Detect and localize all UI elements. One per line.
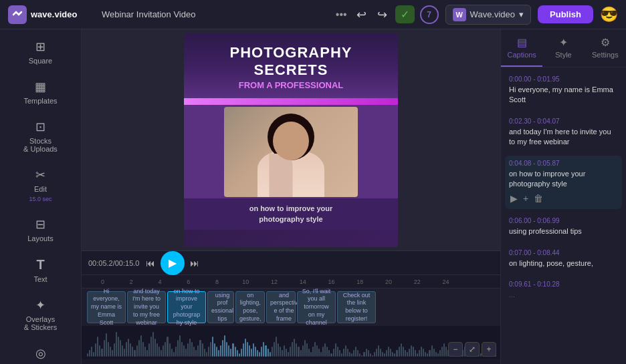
wave-bar-116 [324,343,326,357]
caption-block-5[interactable]: on lighting, pose, gesture, [235,291,265,323]
wave-bar-148 [390,349,391,357]
wave-bar-170 [435,352,437,357]
zoom-in-button[interactable]: + [482,342,496,357]
caption-block-7[interactable]: So, I'll wait you all tomorrow on my cha… [297,291,336,323]
publish-button[interactable]: Publish [538,5,593,23]
wave-bar-143 [380,349,381,357]
canvas-subtitle: FROM A PROFESSIONAL [197,80,385,90]
wave-bar-10 [108,342,109,357]
caption-add-button-3[interactable]: + [522,192,530,205]
sidebar-item-edit[interactable]: ✂ Edit 15.0 sec [3,161,78,209]
undo-button[interactable]: ↩ [354,5,369,25]
confirm-button[interactable]: ✓ [395,5,415,23]
wave-bar-131 [355,347,356,357]
wave-bar-98 [288,352,289,357]
caption-entry-5[interactable]: 0:07.00 - 0:08.44 on lighting, pose, ges… [505,245,622,272]
caption-block-2[interactable]: and today I'm here to invite you to my f… [127,291,166,323]
caption-entry-6[interactable]: 0:09.61 - 0:10.28 ... [505,277,622,304]
wave-bar-1 [89,350,90,357]
wave-bar-106 [304,340,306,357]
play-button[interactable]: ▶ [161,251,185,275]
wave-bar-68 [226,342,227,357]
wave-bar-34 [156,343,158,357]
caption-block-1[interactable]: Hi everyone, my name is Emma Scott [87,291,126,323]
wave-bar-113 [318,349,320,357]
caption-text-2: and today I'm here to invite you to my f… [509,127,618,148]
wave-bar-9 [106,333,107,357]
wave-bar-3 [93,352,94,357]
caption-play-button-3[interactable]: ▶ [509,192,519,205]
caption-bold-word: style [306,215,323,223]
wave-bar-121 [335,343,336,357]
wave-bar-64 [218,350,219,357]
sidebar-item-text[interactable]: T Text [3,250,78,290]
wave-bar-151 [396,350,397,357]
caption-time-6: 0:09.61 - 0:10.28 [509,281,618,288]
sidebar-item-watermarks[interactable]: ◎ Watermarks [3,339,78,364]
tab-settings[interactable]: ⚙ Settings [585,29,626,67]
tab-style[interactable]: ✦ Style [542,29,584,67]
wave-bar-142 [378,345,379,357]
caption-entry-4[interactable]: 0:06.00 - 0:06.99 using professional tip… [505,213,622,240]
redo-button[interactable]: ↪ [375,5,390,25]
wave-bar-17 [122,345,123,357]
wave-bar-103 [298,347,299,357]
prev-button[interactable]: ⏮ [146,258,155,268]
video-canvas[interactable]: PHOTOGRAPHY SECRETS FROM A PROFESSIONAL [184,33,398,247]
wave-bar-23 [134,350,135,357]
person-face [273,122,309,160]
sidebar-item-templates[interactable]: ▦ Templates [3,73,78,112]
sidebar-item-layouts[interactable]: ⊟ Layouts [3,210,78,249]
sidebar-item-overlays[interactable]: ✦ Overlays& Stickers [3,291,78,338]
zoom-fit-button[interactable]: ⤢ [465,342,480,357]
caption-entry-2[interactable]: 0:02.30 - 0:04.07 and today I'm here to … [505,114,622,152]
captions-tab-label: Captions [507,51,536,59]
caption-track[interactable]: Hi everyone, my name is Emma Scott and t… [82,289,500,326]
wave-bar-88 [268,349,269,357]
wave-bar-130 [353,350,354,357]
zoom-out-button[interactable]: − [448,342,463,357]
caption-delete-button-3[interactable]: 🗑 [532,192,544,205]
wave-bar-0 [87,353,88,357]
caption-block-8[interactable]: Check out the link below to register! [337,291,376,323]
workspace-avatar: W [453,8,466,21]
wave-bar-126 [345,345,346,357]
wave-bar-97 [286,349,287,357]
wave-bar-28 [144,347,146,357]
sidebar-item-square[interactable]: ⊞ Square [3,33,78,71]
sidebar-item-stocks[interactable]: ⊡ Stocks& Uploads [3,113,78,160]
workspace-selector[interactable]: W Wave.video ▾ [445,5,531,25]
wave-bar-18 [124,349,125,357]
caption-block-4[interactable]: using prof essional tips [207,291,234,323]
caption-block-3[interactable]: on how to improve your photograp hy styl… [167,291,206,323]
caption-block-6[interactable]: and perspectiv e of the frame [266,291,296,323]
wave-bar-35 [159,347,160,357]
wave-bar-105 [302,345,304,357]
next-button[interactable]: ⏭ [190,258,199,268]
wave-bar-166 [427,353,428,357]
tab-captions[interactable]: ▤ Captions [501,29,542,67]
wave-bar-102 [296,343,297,357]
wave-bar-138 [370,353,371,357]
wave-bar-6 [99,345,100,357]
wave-bar-160 [415,350,416,357]
timer-button[interactable]: 7 [420,5,439,24]
project-title: Webinar Invitation Video [102,9,329,19]
wave-bar-32 [152,332,154,357]
wave-bar-43 [175,347,177,357]
waveform: (function() { const bars = [2,4,6,3,8,12… [82,326,500,359]
ruler-22: 22 [403,279,431,285]
wave-bar-48 [185,349,187,357]
caption-entry-3[interactable]: 0:04.08 - 0:05.87 on how to improve your… [505,156,622,210]
caption-time-5: 0:07.00 - 0:08.44 [509,249,618,256]
ruler-4: 4 [146,279,175,285]
caption-entry-1[interactable]: 0:00.00 - 0:01.95 Hi everyone, my name i… [505,71,622,110]
wave-bar-133 [359,353,360,357]
wave-bar-96 [284,345,285,357]
more-options-icon[interactable]: ••• [336,9,347,21]
wave-bar-109 [310,352,312,357]
wave-bar-65 [220,345,221,357]
watermarks-icon: ◎ [35,346,46,361]
avatar-emoji[interactable]: 😎 [600,6,618,23]
wave-bar-99 [290,347,291,357]
